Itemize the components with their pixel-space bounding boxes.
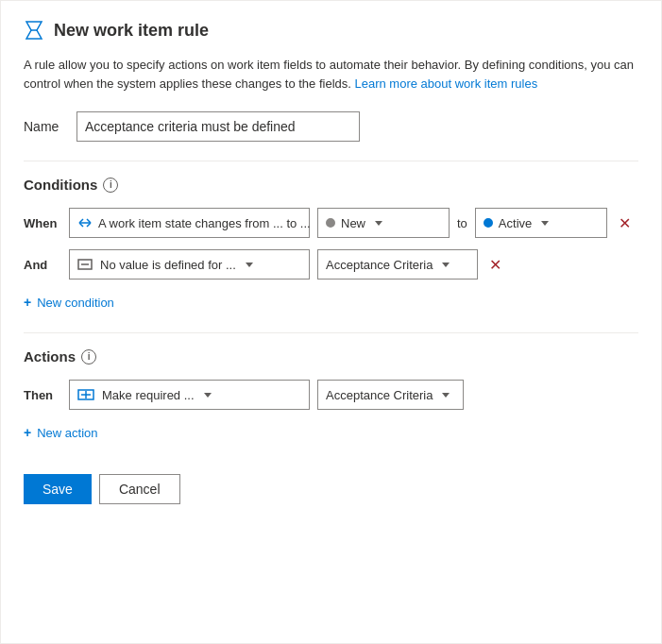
cancel-button[interactable]: Cancel bbox=[99, 474, 180, 504]
new-condition-button[interactable]: + New condition bbox=[24, 291, 114, 314]
no-value-icon bbox=[77, 258, 93, 271]
conditions-title: Conditions bbox=[24, 177, 97, 193]
name-input[interactable] bbox=[76, 111, 360, 142]
acceptance-criteria-2-text: Acceptance Criteria bbox=[326, 388, 433, 402]
actions-title: Actions bbox=[24, 348, 76, 364]
acceptance-criteria-1-dropdown[interactable]: Acceptance Criteria bbox=[317, 249, 478, 280]
state-to-text: Active bbox=[499, 216, 532, 230]
state-to-arrow bbox=[541, 221, 549, 226]
when-dropdown-text: A work item state changes from ... to ..… bbox=[98, 216, 311, 230]
conditions-info-icon[interactable]: i bbox=[103, 178, 118, 193]
page-title: New work item rule bbox=[54, 21, 209, 41]
when-delete-button[interactable]: ✕ bbox=[615, 212, 635, 234]
acceptance-criteria-1-arrow bbox=[442, 263, 450, 267]
acceptance-criteria-2-dropdown[interactable]: Acceptance Criteria bbox=[317, 380, 464, 410]
state-from-dropdown[interactable]: New bbox=[317, 208, 450, 238]
state-from-dot bbox=[326, 218, 335, 228]
then-label: Then bbox=[24, 388, 61, 402]
and-dropdown-text: No value is defined for ... bbox=[100, 258, 236, 272]
divider-1 bbox=[24, 161, 638, 161]
actions-section: Actions i Then Make required ... Accepta… bbox=[24, 348, 638, 444]
learn-more-link[interactable]: Learn more about work item rules bbox=[355, 76, 538, 91]
when-dropdown[interactable]: A work item state changes from ... to ..… bbox=[69, 208, 310, 238]
when-label: When bbox=[24, 216, 61, 230]
and-dropdown-arrow bbox=[246, 263, 253, 267]
new-action-label: New action bbox=[37, 426, 97, 440]
state-to-dot bbox=[484, 218, 493, 228]
then-row: Then Make required ... Acceptance Criter… bbox=[24, 380, 638, 410]
state-change-icon bbox=[77, 215, 93, 230]
name-label: Name bbox=[24, 119, 61, 134]
and-label: And bbox=[24, 258, 61, 272]
then-dropdown[interactable]: Make required ... bbox=[69, 380, 310, 410]
rule-icon bbox=[24, 20, 44, 41]
state-from-arrow bbox=[375, 221, 382, 226]
and-delete-button[interactable]: ✕ bbox=[485, 254, 505, 276]
acceptance-criteria-1-text: Acceptance Criteria bbox=[326, 258, 433, 272]
name-section: Name bbox=[24, 111, 638, 142]
actions-info-icon[interactable]: i bbox=[81, 349, 96, 364]
state-from-text: New bbox=[341, 216, 365, 230]
then-dropdown-text: Make required ... bbox=[102, 388, 195, 402]
acceptance-criteria-2-arrow bbox=[442, 393, 450, 398]
to-label: to bbox=[457, 216, 467, 230]
when-row: When A work item state changes from ... … bbox=[24, 208, 638, 238]
new-condition-plus: + bbox=[24, 295, 31, 310]
title-row: New work item rule bbox=[24, 20, 638, 41]
and-row: And No value is defined for ... Acceptan… bbox=[24, 249, 638, 280]
actions-header: Actions i bbox=[24, 348, 638, 364]
new-action-button[interactable]: + New action bbox=[24, 421, 98, 444]
then-dropdown-arrow bbox=[204, 393, 212, 398]
description: A rule allow you to specify actions on w… bbox=[24, 56, 638, 93]
footer: Save Cancel bbox=[24, 474, 638, 504]
state-to-dropdown[interactable]: Active bbox=[475, 208, 607, 238]
make-req-icon bbox=[77, 388, 94, 401]
save-button[interactable]: Save bbox=[24, 474, 92, 504]
new-condition-label: New condition bbox=[37, 296, 114, 310]
new-action-plus: + bbox=[24, 425, 31, 440]
page-container: New work item rule A rule allow you to s… bbox=[0, 0, 662, 644]
conditions-header: Conditions i bbox=[24, 177, 638, 193]
divider-2 bbox=[24, 332, 638, 333]
and-dropdown[interactable]: No value is defined for ... bbox=[69, 249, 310, 280]
